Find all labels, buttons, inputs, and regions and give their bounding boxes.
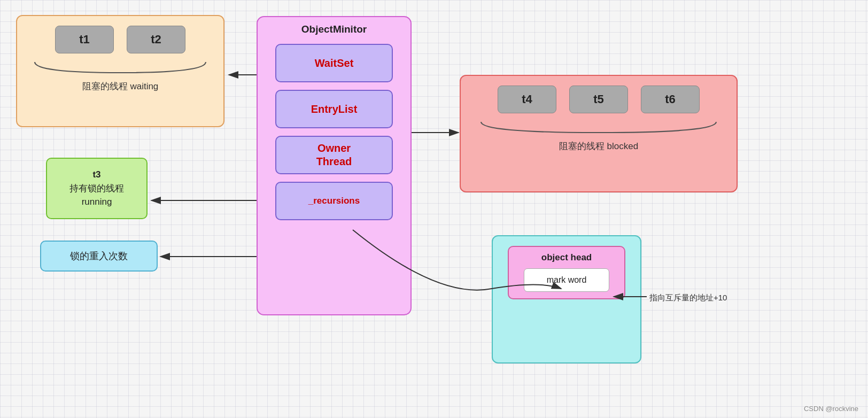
monitor-owner-thread: OwnerThread xyxy=(275,136,393,174)
arrow-label: 指向互斥量的地址+10 xyxy=(649,293,727,303)
monitor-title: ObjectMinitor xyxy=(301,24,367,35)
thread-t6: t6 xyxy=(641,86,700,113)
monitor-waitset: WaitSet xyxy=(275,44,393,82)
owner-t3: t3 xyxy=(92,168,100,182)
diagram-container: t1 t2 阻塞的线程 waiting t4 t5 t6 阻塞的线程 block… xyxy=(0,0,868,418)
waiting-brace xyxy=(29,60,211,76)
thread-t2: t2 xyxy=(127,26,185,53)
object-head-title: object head xyxy=(541,252,592,263)
monitor-recursions: _recursions xyxy=(275,182,393,220)
blocked-box: t4 t5 t6 阻塞的线程 blocked xyxy=(460,75,738,192)
watermark: CSDN @rockvine xyxy=(804,405,858,413)
thread-t1: t1 xyxy=(55,26,114,53)
waiting-label: 阻塞的线程 waiting xyxy=(82,80,159,92)
mark-word-box: mark word xyxy=(524,268,609,292)
recursions-box: 锁的重入次数 xyxy=(40,241,158,272)
object-monitor: ObjectMinitor WaitSet EntryList OwnerThr… xyxy=(257,16,412,315)
thread-t5: t5 xyxy=(569,86,628,113)
blocked-label: 阻塞的线程 blocked xyxy=(559,140,638,152)
waiting-thread-row: t1 t2 xyxy=(55,26,185,53)
owner-running: running xyxy=(82,195,112,209)
recursions-label: 锁的重入次数 xyxy=(70,250,128,262)
owner-desc: 持有锁的线程 xyxy=(69,182,124,196)
monitor-entrylist: EntryList xyxy=(275,90,393,128)
owner-box: t3 持有锁的线程 running xyxy=(46,158,148,219)
blocked-brace xyxy=(476,120,722,136)
thread-t4: t4 xyxy=(498,86,556,113)
object-head-box: object head mark word xyxy=(492,235,641,363)
blocked-thread-row: t4 t5 t6 xyxy=(498,86,700,113)
waiting-box: t1 t2 阻塞的线程 waiting xyxy=(16,15,224,127)
object-head-inner: object head mark word xyxy=(508,246,625,299)
